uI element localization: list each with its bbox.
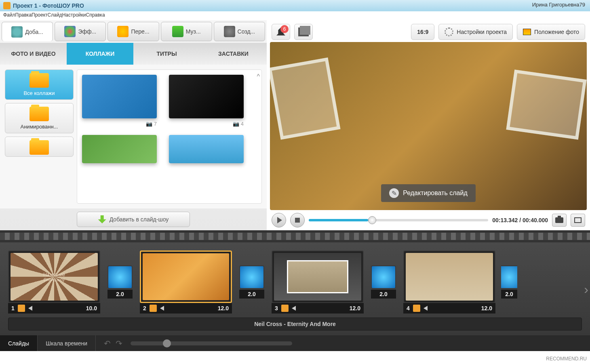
snapshot-button[interactable] xyxy=(552,214,567,227)
tab-transitions[interactable]: Пере... xyxy=(107,22,159,41)
category-all[interactable]: Все коллажи xyxy=(5,69,74,100)
slide-2[interactable]: 2 12.0 xyxy=(140,250,232,314)
tab-transitions-label: Пере... xyxy=(131,28,149,35)
tab-effects[interactable]: Эфф... xyxy=(55,22,106,41)
category-animated-label: Анимированн... xyxy=(8,124,70,130)
seek-progress xyxy=(309,219,368,221)
subtab-photo-video[interactable]: ФОТО И ВИДЕО xyxy=(0,43,67,65)
seek-thumb[interactable] xyxy=(368,216,376,224)
edit-slide-label: Редактировать слайд xyxy=(403,189,467,197)
zoom-slider[interactable] xyxy=(131,341,292,345)
play-icon xyxy=(277,217,282,223)
scroll-up-icon[interactable]: ^ xyxy=(257,73,260,80)
template-2[interactable]: 📷 4 xyxy=(169,75,244,127)
menu-help[interactable]: Справка xyxy=(86,12,105,18)
slide-number: 2 xyxy=(143,305,146,311)
undo-button[interactable]: ↶ xyxy=(104,339,111,348)
window-title: Проект 1 - ФотоШОУ PRO xyxy=(13,2,84,9)
notifications-button[interactable]: 6 xyxy=(272,24,290,40)
total-time: 00:40.000 xyxy=(523,217,548,223)
template-1[interactable]: 📷 7 xyxy=(82,75,157,127)
bottom-tab-slides[interactable]: Слайды xyxy=(0,335,38,351)
template-grid[interactable]: ^ 📷 7 📷 4 xyxy=(77,69,262,204)
template-4[interactable] xyxy=(169,135,244,163)
transition-2[interactable]: 2.0 xyxy=(238,265,266,299)
project-settings-button[interactable]: Настройки проекта xyxy=(438,24,513,40)
preview-area[interactable]: ✎ Редактировать слайд xyxy=(270,42,587,210)
transition-3[interactable]: 2.0 xyxy=(369,265,398,299)
fullscreen-button[interactable] xyxy=(571,214,585,227)
slide-sound-icon[interactable] xyxy=(160,306,164,311)
template-count: 4 xyxy=(241,121,244,127)
template-thumb xyxy=(82,135,157,163)
subtab-intros[interactable]: ЗАСТАВКИ xyxy=(200,43,267,65)
subtab-collages[interactable]: КОЛЛАЖИ xyxy=(67,43,133,65)
current-time: 00:13.342 xyxy=(492,217,518,223)
music-icon xyxy=(172,26,183,37)
tab-add-label: Доба... xyxy=(25,29,43,35)
seek-bar[interactable] xyxy=(309,219,488,221)
slide-sound-icon[interactable] xyxy=(28,306,32,311)
slide-edit-icon[interactable] xyxy=(150,305,157,312)
slide-1[interactable]: НазваниеСлайд-шоу 1 10.0 xyxy=(8,250,100,314)
user-name: Ирина Григорьевна79 xyxy=(532,2,585,8)
folder-icon xyxy=(30,107,49,121)
redo-button[interactable]: ↷ xyxy=(116,339,122,348)
photos-button[interactable] xyxy=(294,24,313,40)
slide-edit-icon[interactable] xyxy=(18,305,25,312)
template-3[interactable] xyxy=(82,135,157,163)
slide-3[interactable]: 3 12.0 xyxy=(272,250,364,314)
audio-track[interactable]: Neil Cross - Eternity And More xyxy=(8,318,582,330)
title-bar: Проект 1 - ФотоШОУ PRO Ирина Григорьевна… xyxy=(0,0,590,11)
film-strip-decoration xyxy=(0,230,590,242)
slide-duration: 10.0 xyxy=(86,305,97,311)
zoom-thumb[interactable] xyxy=(163,339,171,347)
right-panel: 6 16:9 Настройки проекта Положение фото … xyxy=(267,20,590,230)
preview-frame-left xyxy=(270,57,340,139)
play-button[interactable] xyxy=(272,213,286,227)
camera-icon xyxy=(11,26,23,38)
scroll-right-icon[interactable]: › xyxy=(584,282,588,297)
menu-slide[interactable]: Слайд xyxy=(48,12,62,18)
template-thumb xyxy=(169,75,244,118)
fullscreen-icon xyxy=(574,217,582,223)
category-item-3[interactable] xyxy=(5,137,74,157)
add-to-slideshow-button[interactable]: Добавить в слайд-шоу xyxy=(77,212,190,227)
left-panel: Доба... Эфф... Пере... Муз... Созд... ФО… xyxy=(0,20,267,230)
edit-slide-button[interactable]: ✎ Редактировать слайд xyxy=(381,184,475,202)
slide-sound-icon[interactable] xyxy=(292,306,296,311)
transition-4[interactable]: 2.0 xyxy=(501,265,517,299)
slide-duration: 12.0 xyxy=(350,305,360,311)
template-thumb xyxy=(169,135,244,163)
transition-thumb xyxy=(239,265,264,289)
slide-sound-icon[interactable] xyxy=(424,306,428,311)
slide-duration: 12.0 xyxy=(481,305,492,311)
category-list: Все коллажи Анимированн... xyxy=(5,69,74,204)
stop-button[interactable] xyxy=(290,213,305,227)
photos-icon xyxy=(298,27,309,36)
time-display: 00:13.342 / 00:40.000 xyxy=(492,217,548,223)
photo-position-button[interactable]: Положение фото xyxy=(517,24,585,40)
slide-edit-icon[interactable] xyxy=(281,305,289,312)
transition-thumb xyxy=(501,265,517,289)
aspect-ratio-button[interactable]: 16:9 xyxy=(411,24,434,40)
menu-project[interactable]: Проект xyxy=(32,12,48,18)
app-icon xyxy=(3,2,11,9)
tab-add[interactable]: Доба... xyxy=(2,22,53,41)
position-icon xyxy=(523,29,531,35)
bottom-bar: Слайды Шкала времени ↶ ↷ RECOMMEND.RU xyxy=(0,335,590,351)
tab-music-label: Муз... xyxy=(186,28,201,35)
menu-file[interactable]: Файл xyxy=(3,12,15,18)
slide-edit-icon[interactable] xyxy=(413,305,420,312)
stop-icon xyxy=(295,218,300,223)
menu-settings[interactable]: Настройки xyxy=(62,12,86,18)
bottom-tab-timeline[interactable]: Шкала времени xyxy=(38,335,96,351)
transition-1[interactable]: 2.0 xyxy=(106,265,134,299)
tab-music[interactable]: Муз... xyxy=(161,22,212,41)
tab-create[interactable]: Созд... xyxy=(214,22,265,41)
subtab-titles[interactable]: ТИТРЫ xyxy=(133,43,200,65)
menu-edit[interactable]: Правка xyxy=(15,12,32,18)
slide-4[interactable]: 4 12.0 xyxy=(403,250,495,314)
timeline: НазваниеСлайд-шоу 1 10.0 2.0 2 12.0 2.0 xyxy=(0,242,590,335)
category-animated[interactable]: Анимированн... xyxy=(5,103,74,133)
